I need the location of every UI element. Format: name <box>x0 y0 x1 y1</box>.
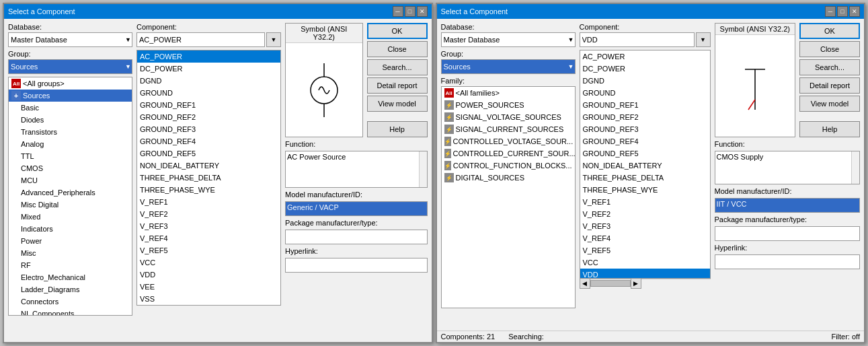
dialog2-help-button[interactable]: Help <box>799 121 860 137</box>
dialog2-function-scrollbar[interactable] <box>851 151 859 184</box>
d2-list-vref4[interactable]: V_REF4 <box>580 232 710 244</box>
dialog2-component-btn[interactable]: ▼ <box>696 32 711 47</box>
d2-list-vdd[interactable]: VDD <box>580 269 710 279</box>
dialog2-family-ds[interactable]: ⚡ DIGITAL_SOURCES <box>442 172 575 184</box>
d2-list-gref3[interactable]: GROUND_REF3 <box>580 123 710 135</box>
scroll-thumb[interactable] <box>590 280 631 287</box>
list-item-vcc[interactable]: VCC <box>137 256 280 269</box>
dialog1-group-diodes[interactable]: Diodes <box>9 114 132 126</box>
dialog1-group-transistors[interactable]: Transistors <box>9 126 132 138</box>
dialog2-family-scs[interactable]: ⚡ SIGNAL_CURRENT_SOURCES <box>442 123 575 135</box>
list-item-vee[interactable]: VEE <box>137 281 280 293</box>
dialog2-family-power[interactable]: ⚡ POWER_SOURCES <box>442 99 575 111</box>
list-item-vref4[interactable]: V_REF4 <box>137 232 280 244</box>
d2-list-dgnd[interactable]: DGND <box>580 75 710 87</box>
dialog1-group-analog[interactable]: Analog <box>9 138 132 150</box>
list-item-gref3[interactable]: GROUND_REF3 <box>137 123 280 135</box>
dialog1-ok-button[interactable]: OK <box>367 23 428 39</box>
d2-list-gref4[interactable]: GROUND_REF4 <box>580 135 710 147</box>
list-item-3pwye[interactable]: THREE_PHASE_WYE <box>137 184 280 196</box>
dialog2-group-select[interactable]: Sources <box>441 59 576 74</box>
dialog2-family-ccs[interactable]: ⚡ CONTROLLED_CURRENT_SOUR... <box>442 147 575 160</box>
dialog1-group-ni[interactable]: NI_Components <box>9 308 132 316</box>
dialog1-group-connectors[interactable]: Connectors <box>9 296 132 308</box>
dialog1-database-dropdown[interactable]: Master Database ▼ <box>8 32 132 47</box>
dialog2-hscrollbar[interactable]: ◀ ▶ <box>580 279 711 287</box>
list-item-ground[interactable]: GROUND <box>137 87 280 99</box>
list-item-gref4[interactable]: GROUND_REF4 <box>137 135 280 147</box>
dialog1-group-select[interactable]: Sources <box>8 59 132 74</box>
dialog1-group-rf[interactable]: RF <box>9 259 132 271</box>
dialog1-group-list[interactable]: All <All groups> + Sources Basic Diodes … <box>8 77 132 316</box>
dialog2-view-button[interactable]: View model <box>799 96 860 112</box>
dialog1-component-list[interactable]: AC_POWER DC_POWER DGND GROUND GROUND_REF… <box>136 50 281 306</box>
list-item-3pdelta[interactable]: THREE_PHASE_DELTA <box>137 172 280 184</box>
list-item-vref1[interactable]: V_REF1 <box>137 196 280 208</box>
dialog1-view-button[interactable]: View model <box>367 96 428 112</box>
dialog1-group-sources[interactable]: + Sources <box>9 90 132 102</box>
list-item-nonideal[interactable]: NON_IDEAL_BATTERY <box>137 160 280 172</box>
dialog1-group-ladder[interactable]: Ladder_Diagrams <box>9 283 132 296</box>
dialog1-close-button[interactable]: Close <box>367 41 428 57</box>
list-item-dgnd[interactable]: DGND <box>137 75 280 87</box>
d2-list-3pdelta[interactable]: THREE_PHASE_DELTA <box>580 172 710 184</box>
dialog2-family-cfb[interactable]: ⚡ CONTROL_FUNCTION_BLOCKS... <box>442 160 575 172</box>
dialog1-database-select[interactable]: Master Database <box>8 32 132 47</box>
dialog1-group-cmos[interactable]: CMOS <box>9 162 132 174</box>
dialog1-minimize-btn[interactable]: ─ <box>393 6 403 17</box>
dialog1-group-dropdown[interactable]: Sources ▼ <box>8 59 132 74</box>
dialog1-maximize-btn[interactable]: □ <box>405 6 416 17</box>
list-item-vref3[interactable]: V_REF3 <box>137 220 280 232</box>
scroll-left-btn[interactable]: ◀ <box>580 278 590 289</box>
list-item-vdd[interactable]: VDD <box>137 269 280 281</box>
d2-list-vref3[interactable]: V_REF3 <box>580 220 710 232</box>
d2-list-vref5[interactable]: V_REF5 <box>580 244 710 256</box>
dialog1-component-input[interactable] <box>136 32 265 47</box>
dialog2-group-dropdown[interactable]: Sources ▼ <box>441 59 576 74</box>
dialog1-group-all[interactable]: All <All groups> <box>9 77 132 90</box>
list-item-vref2[interactable]: V_REF2 <box>137 208 280 220</box>
dialog2-family-svs[interactable]: ⚡ SIGNAL_VOLTAGE_SOURCES <box>442 111 575 123</box>
dialog1-group-mixed[interactable]: Mixed <box>9 211 132 223</box>
list-item-gref1[interactable]: GROUND_REF1 <box>137 99 280 111</box>
dialog2-minimize-btn[interactable]: ─ <box>825 6 836 17</box>
d2-list-acpower[interactable]: AC_POWER <box>580 50 710 63</box>
d2-list-ground[interactable]: GROUND <box>580 87 710 99</box>
dialog2-close-button[interactable]: Close <box>799 41 860 57</box>
d2-list-vcc[interactable]: VCC <box>580 256 710 269</box>
dialog2-component-list[interactable]: AC_POWER DC_POWER DGND GROUND GROUND_REF… <box>580 50 711 279</box>
list-item-gref5[interactable]: GROUND_REF5 <box>137 147 280 160</box>
dialog1-close-btn[interactable]: ✕ <box>417 6 428 17</box>
d2-list-nonideal[interactable]: NON_IDEAL_BATTERY <box>580 160 710 172</box>
dialog2-database-dropdown[interactable]: Master Database ▼ <box>441 32 576 47</box>
dialog1-group-adv[interactable]: Advanced_Peripherals <box>9 186 132 199</box>
dialog2-search-button[interactable]: Search... <box>799 59 860 75</box>
d2-list-vref2[interactable]: V_REF2 <box>580 208 710 220</box>
dialog1-group-mcu[interactable]: MCU <box>9 174 132 186</box>
list-item-gref2[interactable]: GROUND_REF2 <box>137 111 280 123</box>
dialog2-close-btn[interactable]: ✕ <box>849 6 860 17</box>
dialog1-group-misc[interactable]: Misc <box>9 247 132 259</box>
dialog1-group-miscdig[interactable]: Misc Digital <box>9 199 132 211</box>
d2-list-gref5[interactable]: GROUND_REF5 <box>580 147 710 160</box>
dialog1-component-btn[interactable]: ▼ <box>266 32 281 47</box>
dialog2-component-input[interactable] <box>580 32 695 47</box>
d2-list-gref1[interactable]: GROUND_REF1 <box>580 99 710 111</box>
list-item-acpower[interactable]: AC_POWER <box>137 50 280 63</box>
dialog1-group-power[interactable]: Power <box>9 235 132 247</box>
dialog1-group-ttl[interactable]: TTL <box>9 150 132 162</box>
d2-list-dcpower[interactable]: DC_POWER <box>580 63 710 75</box>
list-item-vref5[interactable]: V_REF5 <box>137 244 280 256</box>
scroll-right-btn[interactable]: ▶ <box>631 278 641 289</box>
dialog2-ok-button[interactable]: OK <box>799 23 860 39</box>
dialog2-family-all[interactable]: All <All families> <box>442 87 575 99</box>
dialog1-group-em[interactable]: Electro_Mechanical <box>9 271 132 283</box>
d2-list-3pwye[interactable]: THREE_PHASE_WYE <box>580 184 710 196</box>
d2-list-gref2[interactable]: GROUND_REF2 <box>580 111 710 123</box>
dialog1-help-button[interactable]: Help <box>367 121 428 137</box>
dialog1-detail-button[interactable]: Detail report <box>367 77 428 94</box>
dialog1-group-basic[interactable]: Basic <box>9 102 132 114</box>
d2-list-vref1[interactable]: V_REF1 <box>580 196 710 208</box>
dialog2-family-list[interactable]: All <All families> ⚡ POWER_SOURCES ⚡ SIG… <box>441 86 576 308</box>
dialog1-group-indicators[interactable]: Indicators <box>9 223 132 235</box>
